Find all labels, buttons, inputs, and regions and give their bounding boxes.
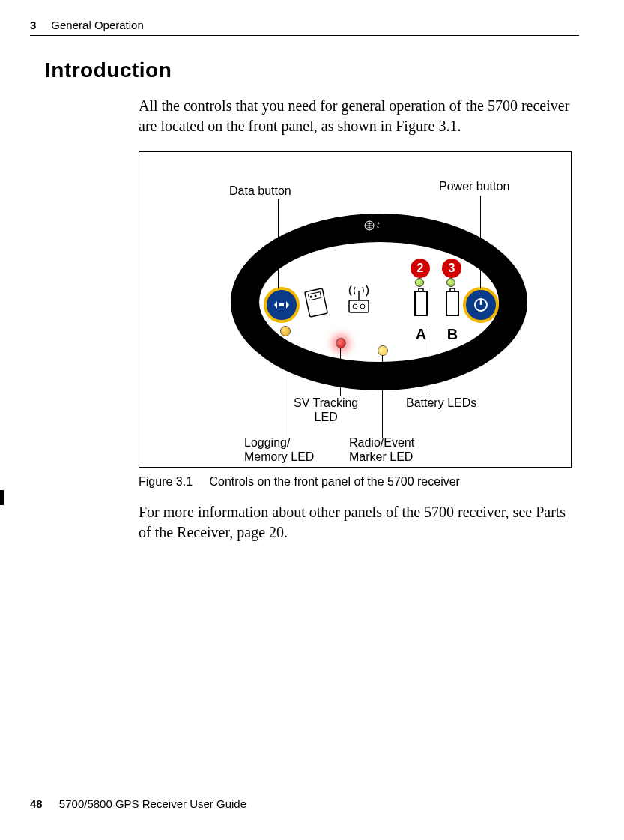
- battery-a-number: 2: [411, 259, 430, 278]
- battery-b-icon: [442, 287, 463, 323]
- globe-icon: [364, 220, 375, 231]
- figure-caption-text: Controls on the front panel of the 5700 …: [210, 475, 460, 488]
- power-button-icon: [473, 297, 489, 313]
- radio-antenna-icon: [340, 280, 378, 317]
- battery-a-icon: [411, 287, 431, 323]
- leader-line: [340, 348, 341, 396]
- leader-line: [428, 326, 428, 395]
- callout-radio-event-l1: Radio/Event: [349, 436, 414, 449]
- section-title: Introduction: [45, 58, 579, 82]
- power-button[interactable]: [463, 287, 499, 323]
- callout-data-button: Data button: [229, 184, 291, 198]
- page-number: 48: [30, 797, 43, 810]
- footer-doc-title: 5700/5800 GPS Receiver User Guide: [59, 797, 246, 810]
- callout-battery-leds: Battery LEDs: [406, 396, 476, 410]
- data-button-icon: [273, 300, 291, 310]
- callout-logging-memory: Logging/ Memory LED: [244, 435, 314, 464]
- chapter-title: General Operation: [51, 19, 143, 31]
- callout-power-button: Power button: [439, 179, 509, 193]
- svg-rect-15: [415, 291, 427, 315]
- brand-label: t: [364, 220, 379, 231]
- leader-line: [382, 355, 383, 438]
- svg-point-12: [353, 304, 357, 309]
- leader-line: [480, 196, 481, 288]
- battery-b-group: 3 B: [439, 287, 466, 343]
- page-header: 3 General Operation: [30, 19, 579, 36]
- sv-tracking-led: [336, 338, 346, 348]
- leader-line: [285, 336, 285, 438]
- svg-rect-11: [349, 300, 369, 312]
- figure-frame: Data button Power button t: [139, 151, 572, 468]
- battery-a-group: 2 A: [408, 287, 434, 343]
- callout-sv-tracking: SV Tracking LED: [294, 396, 358, 424]
- callout-sv-tracking-l2: LED: [315, 411, 338, 423]
- after-figure-paragraph: For more information about other panels …: [139, 502, 572, 543]
- callout-radio-event-l2: Marker LED: [349, 450, 413, 463]
- amber-led: [280, 326, 291, 336]
- battery-a-label: A: [408, 326, 434, 343]
- intro-paragraph: All the controls that you need for gener…: [139, 96, 572, 136]
- document-page: 3 General Operation Introduction All the…: [0, 0, 624, 840]
- radio-event-led: [378, 345, 388, 356]
- svg-rect-3: [279, 303, 284, 306]
- figure-caption: Figure 3.1 Controls on the front panel o…: [139, 475, 579, 489]
- callout-sv-tracking-l1: SV Tracking: [294, 396, 358, 409]
- svg-rect-17: [446, 291, 458, 315]
- data-button[interactable]: [264, 287, 300, 323]
- battery-b-number: 3: [442, 259, 461, 278]
- page-footer: 48 5700/5800 GPS Receiver User Guide: [30, 797, 246, 810]
- chapter-number: 3: [30, 19, 36, 31]
- figure-number: Figure 3.1: [139, 475, 193, 488]
- battery-b-label: B: [439, 326, 466, 343]
- callout-logging-memory-l2: Memory LED: [244, 450, 314, 463]
- leader-line: [278, 199, 279, 288]
- callout-radio-event: Radio/Event Marker LED: [349, 435, 414, 464]
- callout-logging-memory-l1: Logging/: [244, 436, 290, 449]
- memory-card-icon: [303, 287, 330, 318]
- change-bar: [0, 490, 4, 505]
- battery-a-led: [415, 278, 424, 287]
- battery-b-led: [446, 278, 455, 287]
- svg-point-13: [360, 304, 365, 309]
